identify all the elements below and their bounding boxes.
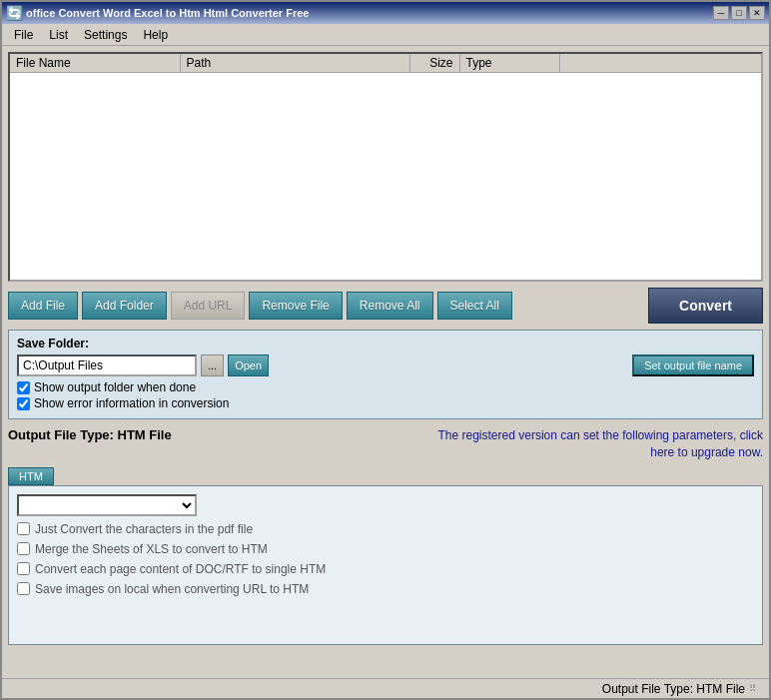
set-output-button[interactable]: Set output file name	[632, 354, 754, 376]
select-all-button[interactable]: Select All	[437, 292, 512, 320]
option-converteachpage-checkbox[interactable]	[17, 562, 30, 575]
save-folder-label: Save Folder:	[17, 337, 754, 350]
minimize-button[interactable]: ─	[713, 6, 729, 20]
output-type-label: Output File Type: HTM File	[8, 427, 172, 442]
col-type: Type	[459, 54, 559, 73]
remove-all-button[interactable]: Remove All	[347, 292, 433, 320]
show-output-folder-checkbox[interactable]	[17, 381, 30, 394]
htm-dropdown[interactable]	[17, 494, 197, 516]
open-button[interactable]: Open	[228, 354, 269, 376]
show-output-folder-label: Show output folder when done	[34, 380, 196, 394]
htm-tab-label[interactable]: HTM	[8, 467, 763, 485]
menu-help[interactable]: Help	[135, 26, 176, 44]
save-folder-row: ... Open Set output file name	[17, 354, 754, 376]
add-folder-button[interactable]: Add Folder	[82, 292, 167, 320]
convert-button[interactable]: Convert	[648, 288, 763, 324]
option-saveimages-checkbox[interactable]	[17, 582, 30, 595]
option-justconvert-checkbox[interactable]	[17, 522, 30, 535]
folder-path-input[interactable]	[17, 354, 197, 376]
resize-grip-icon: ⠿	[749, 683, 761, 695]
maximize-button[interactable]: □	[731, 6, 747, 20]
col-extra	[559, 54, 761, 73]
output-type-row: Output File Type: HTM File The registere…	[8, 427, 763, 461]
add-file-button[interactable]: Add File	[8, 292, 78, 320]
col-path: Path	[180, 54, 409, 73]
status-bar: Output File Type: HTM File ⠿	[2, 678, 769, 698]
upgrade-text[interactable]: The registered version can set the follo…	[423, 427, 763, 461]
show-error-info-label: Show error information in conversion	[34, 396, 229, 410]
toolbar: Add File Add Folder Add URL Remove File …	[8, 282, 763, 330]
menu-list[interactable]: List	[41, 26, 76, 44]
option-mergesheets-row: Merge the Sheets of XLS to convert to HT…	[17, 542, 754, 556]
col-size: Size	[409, 54, 459, 73]
app-title: office Convert Word Excel to Htm Html Co…	[26, 7, 309, 19]
add-url-button[interactable]: Add URL	[171, 292, 246, 320]
show-output-folder-row: Show output folder when done	[17, 380, 754, 394]
col-filename: File Name	[10, 54, 180, 73]
save-folder-group: Save Folder: ... Open Set output file na…	[8, 330, 763, 419]
option-converteachpage-label: Convert each page content of DOC/RTF to …	[35, 562, 326, 576]
option-saveimages-label: Save images on local when converting URL…	[35, 582, 309, 596]
app-icon: 🔄	[6, 5, 22, 21]
htm-panel: Just Convert the characters in the pdf f…	[8, 485, 763, 645]
remove-file-button[interactable]: Remove File	[249, 292, 342, 320]
status-bar-text: Output File Type: HTM File	[602, 682, 745, 696]
browse-button[interactable]: ...	[201, 354, 224, 376]
option-saveimages-row: Save images on local when converting URL…	[17, 582, 754, 596]
menu-settings[interactable]: Settings	[76, 26, 135, 44]
menu-file[interactable]: File	[6, 26, 41, 44]
app-window: 🔄 office Convert Word Excel to Htm Html …	[0, 0, 771, 700]
close-button[interactable]: ✕	[749, 6, 765, 20]
option-mergesheets-label: Merge the Sheets of XLS to convert to HT…	[35, 542, 268, 556]
option-justconvert-label: Just Convert the characters in the pdf f…	[35, 522, 253, 536]
title-controls: ─ □ ✕	[713, 6, 765, 20]
htm-tab[interactable]: HTM	[8, 467, 54, 485]
file-table: File Name Path Size Type	[10, 54, 761, 73]
option-converteachpage-row: Convert each page content of DOC/RTF to …	[17, 562, 754, 576]
option-justconvert-row: Just Convert the characters in the pdf f…	[17, 522, 754, 536]
file-table-container[interactable]: File Name Path Size Type	[8, 52, 763, 282]
main-content: File Name Path Size Type Add File Add Fo…	[2, 46, 769, 651]
title-bar-left: 🔄 office Convert Word Excel to Htm Html …	[6, 5, 309, 21]
menu-bar: File List Settings Help	[2, 24, 769, 46]
title-bar: 🔄 office Convert Word Excel to Htm Html …	[2, 2, 769, 24]
show-error-info-row: Show error information in conversion	[17, 396, 754, 410]
option-mergesheets-checkbox[interactable]	[17, 542, 30, 555]
show-error-info-checkbox[interactable]	[17, 397, 30, 410]
